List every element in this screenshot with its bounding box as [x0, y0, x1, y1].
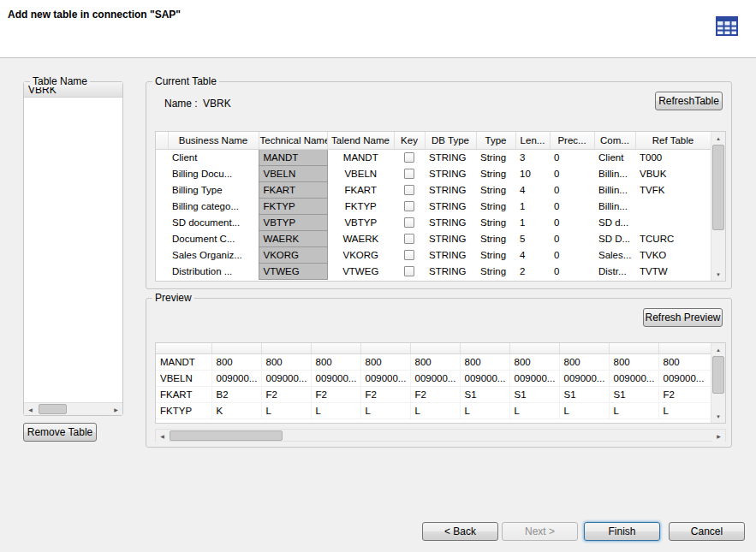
col-type[interactable]: Type — [476, 132, 515, 149]
scroll-left-button[interactable]: ◀ — [156, 430, 169, 442]
cell-precision[interactable]: 0 — [550, 214, 594, 230]
cell-technical-name[interactable]: VBTYP — [259, 214, 327, 230]
remove-table-button[interactable]: Remove Table — [23, 423, 97, 442]
scroll-right-button[interactable]: ▶ — [712, 430, 725, 442]
cell-ref-table[interactable]: T000 — [635, 149, 711, 165]
cell-db-type[interactable]: STRING — [425, 214, 476, 230]
cell-talend-name[interactable]: VTWEG — [327, 263, 394, 279]
cell-type[interactable]: String — [476, 198, 515, 214]
row-selector-header[interactable] — [156, 132, 168, 149]
key-checkbox[interactable] — [404, 266, 414, 276]
finish-button[interactable]: Finish — [584, 522, 660, 541]
vscrollbar-thumb[interactable] — [712, 145, 724, 230]
row-selector[interactable] — [156, 149, 168, 165]
cell-talend-name[interactable]: WAERK — [327, 230, 394, 246]
preview-col-header[interactable] — [509, 343, 559, 353]
cell-business-name[interactable]: Billing catego... — [168, 198, 259, 214]
col-key[interactable]: Key — [394, 132, 425, 149]
hscrollbar-thumb[interactable] — [170, 430, 283, 441]
col-db-type[interactable]: DB Type — [425, 132, 476, 149]
cell-precision[interactable]: 0 — [550, 230, 594, 246]
cell-comment[interactable]: Billin... — [594, 181, 635, 198]
cell-business-name[interactable]: Distribution ... — [168, 263, 259, 279]
cell-technical-name[interactable]: VBELN — [259, 165, 327, 181]
cancel-button[interactable]: Cancel — [669, 522, 745, 541]
cell-talend-name[interactable]: VBTYP — [327, 214, 394, 230]
cell-comment[interactable]: Client — [594, 149, 635, 165]
col-technical-name[interactable]: Technical Name — [259, 132, 327, 149]
key-checkbox[interactable] — [404, 234, 414, 244]
cell-key[interactable] — [394, 181, 425, 198]
cell-db-type[interactable]: STRING — [425, 149, 476, 165]
cell-technical-name[interactable]: VKORG — [259, 246, 327, 263]
cell-length[interactable]: 10 — [515, 165, 550, 181]
col-talend-name[interactable]: Talend Name — [327, 132, 394, 149]
cell-comment[interactable]: SD D... — [594, 230, 635, 246]
preview-col-header[interactable] — [311, 343, 360, 353]
cell-db-type[interactable]: STRING — [425, 181, 476, 198]
cell-comment[interactable]: SD d... — [594, 214, 635, 230]
cell-key[interactable] — [394, 198, 425, 214]
cell-length[interactable]: 5 — [515, 230, 550, 246]
cell-ref-table[interactable]: VBUK — [635, 165, 711, 181]
preview-hscrollbar[interactable]: ◀ ▶ — [155, 429, 726, 442]
cell-comment[interactable]: Sales... — [594, 246, 635, 263]
cell-type[interactable]: String — [476, 149, 515, 165]
col-length[interactable]: Len... — [515, 132, 550, 149]
cell-precision[interactable]: 0 — [550, 181, 594, 198]
row-selector[interactable] — [156, 181, 168, 198]
cell-ref-table[interactable]: TVKO — [635, 246, 711, 263]
scroll-up-button[interactable]: ▲ — [711, 132, 725, 145]
preview-col-header[interactable] — [261, 343, 311, 353]
cell-business-name[interactable]: Client — [168, 149, 259, 165]
row-selector[interactable] — [156, 165, 168, 181]
cell-db-type[interactable]: STRING — [425, 198, 476, 214]
col-precision[interactable]: Prec... — [550, 132, 594, 149]
preview-col-header[interactable] — [360, 343, 410, 353]
cell-business-name[interactable]: Billing Type — [168, 181, 259, 198]
cell-talend-name[interactable]: MANDT — [327, 149, 394, 165]
col-comment[interactable]: Com... — [594, 132, 635, 149]
preview-col-header[interactable] — [156, 343, 211, 353]
cell-technical-name[interactable]: FKART — [259, 181, 327, 198]
cell-key[interactable] — [394, 214, 425, 230]
cell-comment[interactable]: Billin... — [594, 165, 635, 181]
key-checkbox[interactable] — [404, 152, 414, 163]
cell-talend-name[interactable]: FKTYP — [327, 198, 394, 214]
cell-business-name[interactable]: Document C... — [168, 230, 259, 246]
cell-business-name[interactable]: SD document... — [168, 214, 259, 230]
cell-key[interactable] — [394, 246, 425, 263]
scroll-up-button[interactable]: ▲ — [711, 343, 725, 356]
row-selector[interactable] — [156, 214, 168, 230]
cell-technical-name[interactable]: VTWEG — [259, 263, 327, 279]
cell-precision[interactable]: 0 — [550, 165, 594, 181]
cell-key[interactable] — [394, 263, 425, 279]
cell-type[interactable]: String — [476, 230, 515, 246]
key-checkbox[interactable] — [404, 217, 414, 228]
key-checkbox[interactable] — [404, 185, 414, 195]
scroll-down-button[interactable]: ▼ — [711, 268, 725, 281]
cell-db-type[interactable]: STRING — [425, 165, 476, 181]
col-business-name[interactable]: Business Name — [168, 132, 259, 149]
cell-ref-table[interactable] — [635, 198, 711, 214]
scroll-left-button[interactable]: ◀ — [24, 403, 37, 415]
preview-vscrollbar[interactable]: ▲ ▼ — [711, 343, 725, 423]
cell-length[interactable]: 3 — [515, 149, 550, 165]
refresh-preview-button[interactable]: Refresh Preview — [643, 308, 723, 327]
cell-precision[interactable]: 0 — [550, 246, 594, 263]
cell-type[interactable]: String — [476, 165, 515, 181]
cell-key[interactable] — [394, 149, 425, 165]
cell-precision[interactable]: 0 — [550, 263, 594, 279]
preview-col-header[interactable] — [211, 343, 261, 353]
cell-business-name[interactable]: Sales Organiz... — [168, 246, 259, 263]
cell-db-type[interactable]: STRING — [425, 246, 476, 263]
back-button[interactable]: < Back — [422, 522, 498, 541]
cell-precision[interactable]: 0 — [550, 198, 594, 214]
cell-key[interactable] — [394, 165, 425, 181]
cell-type[interactable]: String — [476, 214, 515, 230]
scroll-down-button[interactable]: ▼ — [711, 410, 725, 423]
cell-key[interactable] — [394, 230, 425, 246]
table-name-hscrollbar[interactable]: ◀ ▶ — [24, 402, 122, 415]
preview-col-header[interactable] — [559, 343, 609, 353]
cell-length[interactable]: 4 — [515, 181, 550, 198]
